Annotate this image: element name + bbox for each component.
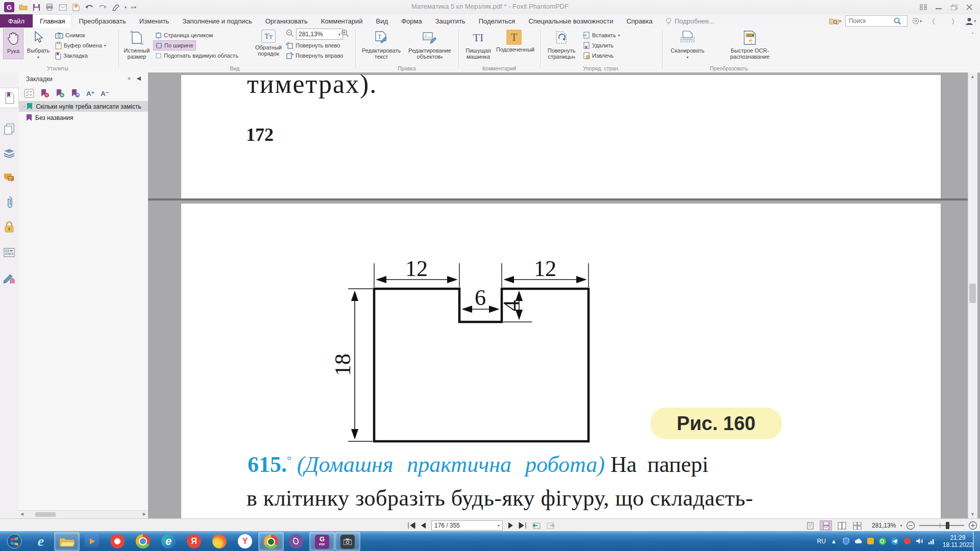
rotate-left-button[interactable]: Повернуть влево: [286, 41, 340, 50]
tab-fill-sign[interactable]: Заполнение и подпись: [176, 14, 258, 28]
signature-panel-tab[interactable]: [0, 268, 18, 288]
next-page-button[interactable]: [508, 522, 513, 529]
typewriter-button[interactable]: TI Пишущая машинка: [462, 29, 494, 58]
continuous-facing-view-button[interactable]: [851, 521, 863, 530]
layers-panel-tab[interactable]: [0, 144, 18, 163]
restore-button[interactable]: [946, 2, 962, 12]
taskbar-edge[interactable]: e: [156, 532, 181, 550]
search-field[interactable]: [848, 17, 894, 25]
scroll-up-arrow[interactable]: ▲: [970, 74, 975, 79]
nav-back-icon[interactable]: ❬: [926, 16, 941, 26]
tab-protect[interactable]: Защитить: [429, 14, 472, 28]
taskbar-internet-explorer[interactable]: e: [29, 532, 53, 550]
zoom-dropdown-caret[interactable]: ▾: [900, 523, 902, 528]
settings-gear-icon[interactable]: ▾: [912, 17, 922, 25]
attachments-panel-tab[interactable]: [0, 193, 18, 212]
delete-pages-button[interactable]: Удалить: [583, 41, 614, 50]
zoom-out-ribbon-button[interactable]: [286, 29, 294, 38]
network-icon[interactable]: [927, 537, 936, 545]
search-icon[interactable]: [894, 17, 901, 25]
panel-expand-icon[interactable]: »: [128, 75, 131, 81]
next-view-button[interactable]: [546, 521, 555, 530]
taskbar-opera[interactable]: [105, 532, 130, 550]
security-panel-tab[interactable]: [0, 217, 18, 237]
taskbar-yandex-browser[interactable]: Я: [182, 532, 206, 550]
taskbar-viber[interactable]: [284, 532, 308, 550]
start-button[interactable]: [2, 532, 27, 550]
tray-app-red-icon[interactable]: [903, 537, 912, 545]
vertical-scrollbar[interactable]: ▲ ▼: [968, 72, 977, 518]
show-desktop-button[interactable]: [973, 531, 980, 551]
extract-pages-button[interactable]: Извлечь: [583, 51, 614, 60]
zoom-out-button[interactable]: [906, 521, 915, 530]
prev-page-button[interactable]: [421, 522, 426, 529]
reverse-order-button[interactable]: Tт Обратный порядок: [253, 29, 284, 58]
search-input[interactable]: [845, 15, 908, 27]
tell-me-more[interactable]: Подробнее...: [659, 14, 721, 28]
pages-panel-tab[interactable]: [0, 119, 18, 139]
edit-objects-button[interactable]: Редактирование объектов▾: [405, 29, 454, 58]
zoom-slider-thumb[interactable]: [946, 522, 949, 529]
ribbon-collapse-icon[interactable]: ⌃: [971, 32, 975, 37]
delete-bookmark-icon[interactable]: [40, 89, 50, 98]
taskbar-yandex-y[interactable]: Y: [233, 532, 257, 550]
scroll-down-arrow[interactable]: ▼: [970, 512, 975, 517]
taskbar-chrome[interactable]: [131, 532, 155, 550]
tray-whatsapp-icon[interactable]: [878, 537, 887, 545]
tab-convert[interactable]: Преобразовать: [72, 14, 132, 28]
tab-help[interactable]: Справка: [620, 14, 659, 28]
tray-cloud-icon[interactable]: [854, 537, 863, 545]
tray-telegram-icon[interactable]: [891, 537, 899, 545]
tab-comment[interactable]: Комментарий: [314, 14, 370, 28]
tab-file[interactable]: Файл: [0, 14, 33, 28]
continuous-view-button[interactable]: [820, 520, 832, 531]
scroll-right-arrow[interactable]: ▶: [143, 512, 146, 516]
first-page-button[interactable]: [407, 522, 415, 529]
search-scope-icon[interactable]: ▾: [829, 17, 841, 26]
zoom-in-ribbon-button[interactable]: [341, 29, 349, 38]
fields-panel-tab[interactable]: [0, 243, 18, 262]
tab-home[interactable]: Главная: [33, 14, 72, 28]
bookmark-item[interactable]: Без названия: [19, 112, 148, 123]
select-tool-button[interactable]: Выбрать▾: [24, 29, 52, 58]
scan-button[interactable]: Сканировать▾: [666, 29, 709, 58]
fit-visible-button[interactable]: Подогнать видимую область: [155, 51, 238, 60]
previous-view-button[interactable]: [532, 521, 541, 530]
tab-form[interactable]: Форма: [395, 14, 429, 28]
font-decrease-icon[interactable]: A⁻: [101, 90, 109, 97]
font-increase-icon[interactable]: A⁺: [86, 90, 94, 97]
edit-text-button[interactable]: T Редактировать текст: [359, 29, 403, 58]
volume-icon[interactable]: [915, 537, 924, 545]
user-avatar[interactable]: ▾: [965, 17, 976, 26]
hidden-icons-chevron[interactable]: ▲: [829, 537, 838, 545]
bookmark-button[interactable]: Закладка: [55, 51, 88, 60]
language-indicator[interactable]: RU: [817, 538, 825, 545]
snapshot-button[interactable]: Снимок: [55, 31, 85, 40]
rotate-pages-button[interactable]: Повернуть страницы▾: [544, 29, 579, 58]
taskbar-firefox[interactable]: [207, 532, 232, 550]
bookmark-item-selected[interactable]: ┉ Скільки нулів треба записати замість: [19, 101, 148, 112]
bookmarks-panel-tab[interactable]: [0, 88, 19, 108]
scrollbar-thumb[interactable]: [969, 284, 976, 303]
taskbar-file-explorer[interactable]: [54, 532, 80, 551]
fit-width-button[interactable]: По ширине: [153, 40, 196, 51]
tab-group-icon[interactable]: [916, 2, 931, 12]
scroll-thumb[interactable]: [35, 512, 56, 517]
scroll-left-arrow[interactable]: ◀: [20, 512, 23, 516]
tray-shield-icon[interactable]: [842, 537, 850, 545]
page-number-box[interactable]: 176 / 355▾: [431, 520, 503, 531]
zoom-in-button[interactable]: [968, 521, 977, 530]
last-page-button[interactable]: [519, 522, 527, 529]
insert-pages-button[interactable]: Вставить▾: [583, 31, 620, 40]
tray-app-yellow-icon[interactable]: [866, 537, 875, 545]
comments-panel-tab[interactable]: [0, 168, 18, 188]
panel-collapse-icon[interactable]: ◀: [137, 75, 141, 82]
hand-tool-button[interactable]: Рука: [3, 29, 23, 59]
goto-bookmark-icon[interactable]: [71, 89, 80, 98]
zoom-slider[interactable]: [919, 521, 964, 530]
taskbar-clock[interactable]: 21:29 18.11.2022: [943, 534, 973, 548]
add-bookmark-icon[interactable]: [56, 89, 65, 98]
rotate-right-button[interactable]: Повернуть вправо: [286, 51, 343, 60]
clipboard-button[interactable]: Буфер обмена▾: [55, 41, 106, 50]
taskbar-media-player[interactable]: [80, 532, 104, 550]
